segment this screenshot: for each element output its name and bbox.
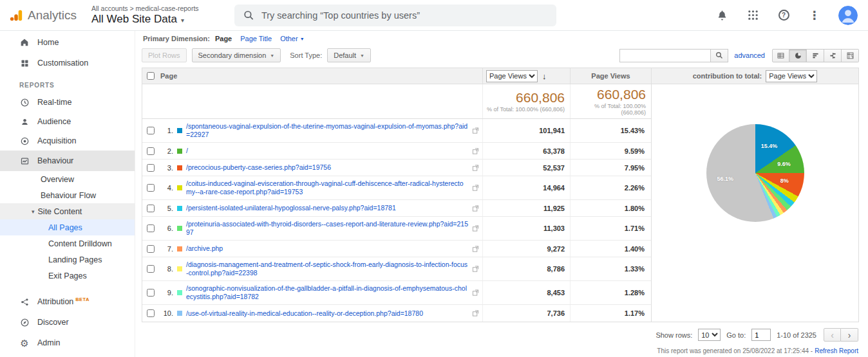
pie-slice-label: 15.4% (761, 143, 778, 149)
sidebar-item-behaviour[interactable]: Behaviour (0, 151, 135, 171)
previous-page-button[interactable]: ‹ (824, 328, 841, 342)
pivot-view-button[interactable] (842, 49, 859, 62)
gear-icon: ⚙ (19, 338, 30, 348)
percent-total-cell: 660,806 % of Total: 100.00% (660,806) (570, 84, 651, 118)
select-all-checkbox[interactable] (147, 72, 155, 80)
analytics-logo-icon (9, 8, 23, 23)
sidebar-item-attribution[interactable]: Attribution BETA (0, 291, 135, 312)
row-checkbox[interactable] (147, 289, 155, 297)
page-link[interactable]: /use-of-virtual-reality-in-medical-educa… (186, 309, 423, 318)
pie-chart[interactable]: 15.4%9.6%8%56.1% (706, 124, 804, 222)
refresh-report-link[interactable]: Refresh Report (815, 347, 858, 354)
page-link[interactable]: /spontaneous-vaginal-expulsion-of-the-ut… (186, 122, 468, 139)
series-color-swatch (177, 165, 182, 170)
open-page-icon[interactable] (472, 266, 479, 273)
global-search[interactable] (234, 5, 556, 26)
table-row: 3./precocious-puberty-case-series.php?ai… (142, 160, 651, 176)
row-checkbox[interactable] (147, 184, 155, 192)
row-checkbox[interactable] (147, 147, 155, 155)
show-rows-select[interactable]: 10 (698, 329, 721, 341)
sidebar-item-all-pages[interactable]: All Pages (0, 219, 135, 235)
property-selector[interactable]: All Web Site Data ▾ (91, 13, 219, 26)
table-view-button[interactable] (772, 49, 789, 62)
row-checkbox[interactable] (147, 309, 155, 317)
metric-select[interactable]: Page Views (486, 70, 538, 82)
notifications-bell-icon[interactable] (715, 8, 729, 23)
page-link[interactable]: /persistent-isolated-unilateral-hypoglos… (186, 204, 396, 212)
sidebar-item-discover[interactable]: Discover (0, 312, 135, 333)
percentage-pie-view-button[interactable] (789, 49, 807, 62)
primary-dimension-label: Primary Dimension: (143, 35, 210, 42)
row-checkbox[interactable] (147, 164, 155, 172)
page-link[interactable]: /archive.php (186, 244, 223, 253)
contribution-metric-select[interactable]: Page Views (766, 70, 817, 82)
row-rank: 2. (159, 147, 173, 155)
sidebar-item-audience[interactable]: Audience (0, 112, 135, 131)
open-page-icon[interactable] (472, 205, 479, 212)
header-checkbox-cell (142, 68, 159, 84)
next-page-button[interactable]: › (841, 328, 858, 342)
sidebar-item-home[interactable]: Home (0, 32, 135, 53)
search-input[interactable] (261, 10, 547, 21)
sidebar-item-customisation[interactable]: Customisation (0, 53, 135, 73)
avatar[interactable] (838, 6, 858, 25)
row-rank: 7. (159, 245, 173, 253)
help-icon[interactable]: ? (777, 8, 791, 23)
table-filter-input[interactable] (619, 49, 711, 62)
dimension-other-link[interactable]: Other ▼ (280, 35, 304, 42)
sidebar-item-content-drilldown[interactable]: Content Drilldown (0, 235, 135, 252)
row-checkbox[interactable] (147, 224, 155, 232)
advanced-filter-link[interactable]: advanced (734, 51, 765, 59)
plot-rows-button[interactable]: Plot Rows (142, 48, 187, 62)
pagination-bar: Show rows: 10 Go to: 1-10 of 2325 ‹ › (142, 328, 859, 342)
sidebar-item-landing-pages[interactable]: Landing Pages (0, 252, 135, 268)
sidebar-item-overview[interactable]: Overview (0, 171, 135, 187)
page-link[interactable]: /sonographic-nonvisualization-of-the-gal… (186, 284, 468, 301)
page-link[interactable]: /precocious-puberty-case-series.php?aid=… (186, 163, 331, 172)
pageviews-value: 9,272 (482, 241, 570, 257)
page-link[interactable]: /diagnosis-management-and-treatment-of-s… (186, 261, 468, 277)
dimension-page[interactable]: Page (215, 35, 232, 42)
row-checkbox[interactable] (147, 265, 155, 273)
sort-descending-icon[interactable]: ↓ (542, 72, 547, 80)
chevron-down-icon: ▾ (32, 208, 35, 215)
sidebar-item-exit-pages[interactable]: Exit Pages (0, 268, 135, 284)
page-link[interactable]: /coitus-induced-vaginal-evisceration-thr… (186, 179, 468, 196)
row-checkbox[interactable] (147, 205, 155, 212)
analytics-logo[interactable]: Analytics (9, 8, 88, 23)
page-link[interactable]: /proteinuria-associated-with-thyroid-dis… (186, 220, 468, 237)
open-page-icon[interactable] (472, 289, 479, 297)
comparison-view-button[interactable] (824, 49, 842, 62)
pie-slice-label: 56.1% (717, 176, 733, 182)
more-vertical-icon[interactable]: ⋮ (807, 8, 822, 23)
totals-row: 660,806 % of Total: 100.00% (660,806) 66… (142, 84, 651, 119)
performance-view-button[interactable] (807, 49, 824, 62)
search-icon (715, 51, 723, 59)
table-header-row: Page Page Views ↓ Page Views contributio… (142, 68, 858, 84)
pageviews-percent: 1.28% (570, 281, 651, 304)
sidebar-item-behaviour-flow[interactable]: Behaviour Flow (0, 187, 135, 203)
page-column-header[interactable]: Page (159, 68, 482, 84)
sidebar-item-admin[interactable]: ⚙ Admin (0, 333, 135, 353)
goto-page-input[interactable] (751, 329, 771, 341)
sidebar-item-acquisition[interactable]: Acquisition (0, 131, 135, 151)
open-page-icon[interactable] (472, 147, 479, 154)
open-page-icon[interactable] (472, 310, 479, 317)
sidebar-item-realtime[interactable]: Real-time (0, 93, 135, 112)
row-checkbox[interactable] (147, 127, 155, 134)
table-filter-search-button[interactable] (711, 49, 728, 62)
sidebar-item-site-content[interactable]: ▾ Site Content (0, 203, 135, 219)
dimension-page-title-link[interactable]: Page Title (240, 35, 272, 42)
open-page-icon[interactable] (472, 164, 479, 171)
apps-grid-icon[interactable] (746, 8, 760, 23)
open-page-icon[interactable] (472, 185, 479, 192)
open-page-icon[interactable] (472, 225, 479, 232)
open-page-icon[interactable] (472, 127, 479, 134)
pageviews-percent-column-header[interactable]: Page Views (570, 68, 651, 84)
page-link[interactable]: / (186, 147, 188, 155)
analytics-app: Analytics All accounts > medical-case-re… (0, 0, 868, 357)
sort-type-button[interactable]: Default ▼ (327, 48, 371, 62)
secondary-dimension-button[interactable]: Secondary dimension ▼ (192, 48, 281, 62)
row-checkbox[interactable] (147, 245, 155, 253)
open-page-icon[interactable] (472, 245, 479, 252)
